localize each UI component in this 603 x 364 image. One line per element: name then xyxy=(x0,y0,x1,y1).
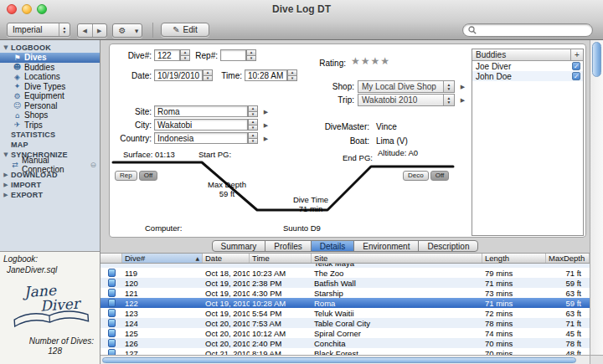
site-field[interactable]: Roma xyxy=(154,105,248,117)
sidebar-item-dive-types[interactable]: ✦ Dive Types xyxy=(0,82,100,92)
stepper-down-icon[interactable]: ▾ xyxy=(287,76,297,82)
sidebar-item-buddies[interactable]: ☻ Buddies xyxy=(0,63,100,73)
table-row[interactable]: 123 Oct 19, 2010 5:54 PM Teluk Waitii 72… xyxy=(100,308,590,318)
search-input[interactable] xyxy=(480,26,587,35)
trip-disclosure-icon[interactable]: ▶ xyxy=(458,95,467,105)
add-buddy-button[interactable]: + xyxy=(570,49,583,60)
tab-details[interactable]: Details xyxy=(311,240,355,252)
table-row[interactable]: 124 Oct 20, 2010 7:53 AM Table Coral Cit… xyxy=(100,318,590,328)
eject-icon[interactable]: ⊖ xyxy=(90,161,96,169)
shop-dropdown[interactable]: My Local Dive Shop ▴▾ xyxy=(358,80,455,93)
city-stepper[interactable]: ▴ ▾ xyxy=(248,119,258,131)
rep-number-field[interactable] xyxy=(220,49,246,61)
sidebar-item-shops[interactable]: ⌂ Shops xyxy=(0,110,100,120)
tab-environment[interactable]: Environment xyxy=(353,240,419,252)
column-header-length[interactable]: Length xyxy=(482,254,546,263)
disclosure-closed-icon[interactable]: ▶ xyxy=(3,172,9,178)
search-field[interactable] xyxy=(462,23,593,37)
shop-disclosure-icon[interactable]: ▶ xyxy=(458,82,467,91)
table-row[interactable]: 126 Oct 20, 2010 2:40 PM Conchita 70 min… xyxy=(100,338,590,348)
column-header-date[interactable]: Date xyxy=(203,254,250,263)
sidebar-group-import[interactable]: ▶ IMPORT xyxy=(0,180,100,190)
column-header-site[interactable]: Site xyxy=(312,254,482,263)
stepper-down-icon[interactable]: ▾ xyxy=(248,126,258,131)
country-field[interactable]: Indonesia xyxy=(154,132,248,144)
table-row[interactable]: 127 Oct 21, 2010 8:19 AM Black Forest 70… xyxy=(100,348,590,355)
date-stepper[interactable]: ▴ ▾ xyxy=(203,69,213,81)
sidebar-item-statistics[interactable]: STATISTICS xyxy=(0,130,100,140)
stepper-down-icon[interactable]: ▾ xyxy=(246,56,256,62)
buddy-row[interactable]: Joe Diver ✓ xyxy=(472,61,583,71)
cell-site: Starship xyxy=(312,289,482,298)
city-field[interactable]: Wakatobi xyxy=(154,119,248,131)
cell-date: Oct 18, 2010 xyxy=(203,269,250,278)
date-field[interactable]: 10/19/2010 xyxy=(154,69,203,81)
table-row[interactable]: 119 Oct 18, 2010 10:23 AM The Zoo 79 min… xyxy=(100,268,590,278)
stepper-down-icon[interactable]: ▾ xyxy=(203,76,213,82)
tab-summary[interactable]: Summary xyxy=(212,240,266,252)
buddy-checkbox[interactable]: ✓ xyxy=(572,72,580,80)
column-header-dive-number[interactable]: Dive# ▲ xyxy=(122,254,203,263)
sidebar-item-personal[interactable]: ☺ Personal xyxy=(0,101,100,111)
disclosure-open-icon[interactable]: ▼ xyxy=(3,151,9,158)
deco-off-button[interactable]: Off xyxy=(430,171,450,181)
table-row-selected[interactable]: 122 Oct 19, 2010 10:28 AM Roma 71 mins 5… xyxy=(100,298,590,308)
sidebar-item-map[interactable]: MAP xyxy=(0,140,100,150)
disclosure-closed-icon[interactable]: ▶ xyxy=(3,192,9,198)
buddy-checkbox[interactable]: ✓ xyxy=(572,62,580,70)
tab-profiles[interactable]: Profiles xyxy=(265,240,311,252)
sidebar-item-locations[interactable]: ◈ Locations xyxy=(0,72,100,82)
city-disclosure-icon[interactable]: ▶ xyxy=(261,120,271,130)
horizontal-scrollbar-thumb[interactable] xyxy=(102,357,576,363)
table-header: Dive# ▲ Date Time Site Length MaxDepth xyxy=(100,253,590,264)
rep-off-button[interactable]: Off xyxy=(139,171,158,181)
dive-record-icon xyxy=(108,279,116,287)
sidebar-group-export[interactable]: ▶ EXPORT xyxy=(0,190,100,200)
sidebar-item-trips[interactable]: ✈ Trips xyxy=(0,120,100,131)
time-stepper[interactable]: ▴ ▾ xyxy=(287,69,297,81)
stepper-down-icon[interactable]: ▾ xyxy=(180,56,190,62)
sidebar-item-dives[interactable]: ⚑ Dives xyxy=(0,53,100,63)
rating-stars[interactable]: ★★★★ xyxy=(351,55,390,67)
country-stepper[interactable]: ▴ ▾ xyxy=(248,132,258,144)
rep-button[interactable]: Rep xyxy=(115,171,137,181)
stepper-down-icon[interactable]: ▾ xyxy=(248,139,258,145)
table-row[interactable]: 121 Oct 19, 2010 4:30 PM Starship 73 min… xyxy=(100,288,590,298)
sidebar-item-equipment[interactable]: ⚙ Equipment xyxy=(0,91,100,101)
dive-number-stepper[interactable]: ▴ ▾ xyxy=(180,49,190,61)
column-header-icon[interactable] xyxy=(100,254,122,263)
tab-description[interactable]: Description xyxy=(418,240,478,252)
time-field[interactable]: 10:28 AM xyxy=(245,69,287,81)
buddy-row[interactable]: John Doe ✓ xyxy=(472,71,583,81)
city-label: City: xyxy=(118,120,152,130)
sidebar-group-logbook[interactable]: ▼ LOGBOOK xyxy=(0,43,100,53)
units-popup[interactable]: Imperial ▴▾ xyxy=(7,23,70,37)
cell-maxdepth: 63 ft xyxy=(546,309,590,318)
edit-button[interactable]: ✎ Edit xyxy=(161,23,209,37)
country-disclosure-icon[interactable]: ▶ xyxy=(261,134,271,143)
trip-dropdown[interactable]: Wakatobi 2010 ▴▾ xyxy=(358,94,455,106)
column-header-maxdepth[interactable]: MaxDepth xyxy=(546,254,590,263)
dive-types-icon: ✦ xyxy=(13,82,22,90)
disclosure-open-icon[interactable]: ▼ xyxy=(3,44,9,51)
dive-number-field[interactable]: 122 xyxy=(154,49,180,61)
cell-maxdepth: 63 ft xyxy=(546,289,590,298)
vertical-scrollbar-thumb[interactable] xyxy=(592,42,601,77)
site-disclosure-icon[interactable]: ▶ xyxy=(261,107,271,116)
cell-time: 7:53 AM xyxy=(250,319,312,328)
sidebar-item-manual-connection[interactable]: ⇄ Manual Connection ⊖ xyxy=(0,160,100,170)
rep-number-stepper[interactable]: ▴ ▾ xyxy=(246,49,256,61)
table-row[interactable]: 120 Oct 19, 2010 2:38 PM Batfish Wall 71… xyxy=(100,278,590,288)
deco-button[interactable]: Deco xyxy=(403,171,429,181)
title-bar[interactable]: Dive Log DT xyxy=(0,0,603,18)
disclosure-closed-icon[interactable]: ▶ xyxy=(3,182,9,188)
action-menu-button[interactable]: ⚙ ▼ xyxy=(112,23,142,38)
stepper-down-icon[interactable]: ▾ xyxy=(248,112,258,118)
column-header-time[interactable]: Time xyxy=(250,254,312,263)
forward-icon[interactable]: ▶ xyxy=(93,24,107,37)
horizontal-scrollbar[interactable] xyxy=(100,355,590,364)
site-stepper[interactable]: ▴ ▾ xyxy=(248,105,258,117)
vertical-scrollbar[interactable] xyxy=(590,40,603,355)
table-row[interactable]: 125 Oct 20, 2010 10:12 AM Spiral Corner … xyxy=(100,328,590,338)
back-icon[interactable]: ◀ xyxy=(78,24,93,37)
